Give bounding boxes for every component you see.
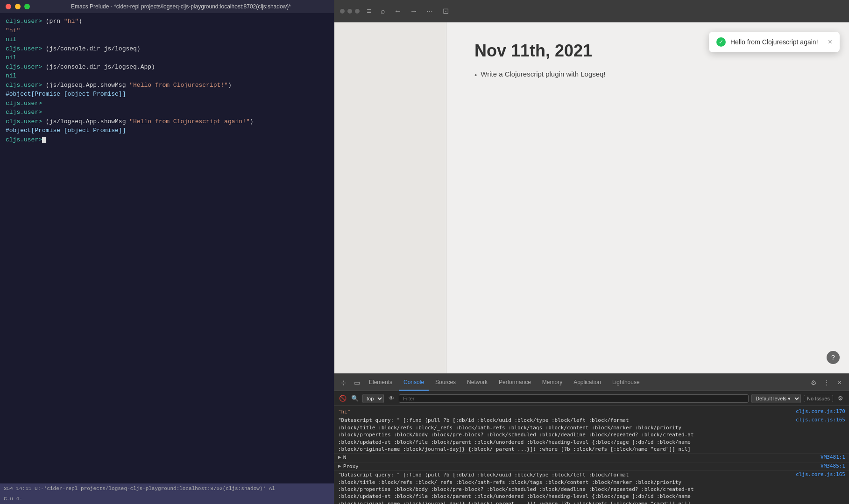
traffic-light-close[interactable] [6,4,11,9]
devtools-toolbar: ⊹ ▭ Elements Console Sources Network Per… [334,374,849,391]
statusbar-text: 354 14:11 U:-*cider-repl projects/logseq… [4,486,275,491]
console-line: ▶ Proxy VM3485:1 [334,462,849,471]
toast-message: Hello from Clojurescript again! [730,38,818,46]
browser-search-button[interactable]: ⌕ [378,7,388,16]
emacs-panel: Emacs Prelude - *cider-repl projects/log… [0,0,334,504]
toast-success-icon: ✓ [716,37,726,47]
dot2 [347,9,352,14]
emacs-titlebar: Emacs Prelude - *cider-repl projects/log… [0,0,334,13]
console-settings-button[interactable]: ⚙ [836,394,845,403]
logseq-layout: Nov 11th, 2021 • Write a Clojurescript p… [334,22,849,373]
devtools-more-button[interactable]: ⋮ [821,377,832,388]
repl-output: "hi" [6,27,20,34]
tab-elements[interactable]: Elements [364,374,397,391]
browser-main: Nov 11th, 2021 • Write a Clojurescript p… [334,22,849,504]
console-line: "Datascript query: " [:find (pull ?b [:d… [334,471,849,504]
toast-notification: ✓ Hello from Clojurescript again! × [709,32,840,52]
toast-close-button[interactable]: × [828,38,832,46]
console-eye-button[interactable]: 👁 [387,394,396,403]
logseq-bullet-text[interactable]: Write a Clojurescript plugin with Logseq… [481,70,605,78]
no-issues-badge: No Issues [804,395,833,402]
console-line: "Datascript query: " [:find (pull ?b [:d… [334,416,849,454]
bullet-dot: • [474,71,477,79]
emacs-title: Emacs Prelude - *cider-repl projects/log… [34,3,328,10]
tab-console[interactable]: Console [399,374,429,391]
browser-resize-button[interactable]: ⊡ [440,6,451,17]
console-output[interactable]: "hi" cljs.core.js:170 "Datascript query:… [334,406,849,504]
logseq-sidebar [334,22,446,373]
dot3 [355,9,360,14]
emacs-statusbar: 354 14:11 U:-*cider-repl projects/logseq… [0,483,334,494]
main-layout: Emacs Prelude - *cider-repl projects/log… [0,0,849,504]
console-default-levels-select[interactable]: Default levels ▾ [751,394,801,403]
traffic-light-fullscreen[interactable] [24,4,30,9]
console-filter-input[interactable] [399,394,749,403]
console-inspect-button[interactable]: 🔍 [350,394,360,403]
browser-forward-button[interactable]: → [408,6,419,17]
browser-dots [340,9,360,14]
tab-sources[interactable]: Sources [431,374,460,391]
devtools-mobile-icon[interactable]: ▭ [351,377,362,388]
traffic-light-minimize[interactable] [15,4,21,9]
console-top-select[interactable]: top [362,394,384,403]
statusbar-text2: C-u 4- [4,496,22,502]
emacs-statusbar2: C-u 4- [0,494,334,504]
logseq-area: Nov 11th, 2021 • Write a Clojurescript p… [334,22,849,373]
devtools-close-button[interactable]: × [834,377,845,388]
tab-performance[interactable]: Performance [494,374,536,391]
devtools-cursor-icon[interactable]: ⊹ [338,377,349,388]
browser-panel: ≡ ⌕ ← → ··· ⊡ Nov 11th, 2021 • Write a C… [334,0,849,504]
cursor [42,137,46,143]
tab-network[interactable]: Network [462,374,492,391]
browser-back-button[interactable]: ← [392,6,403,17]
logseq-bullet-item: • Write a Clojurescript plugin with Logs… [474,70,821,79]
devtools-panel: ⊹ ▭ Elements Console Sources Network Per… [334,373,849,504]
repl-prompt: cljs.user> [6,18,42,25]
browser-more-button[interactable]: ··· [424,6,435,17]
console-line: ▶ N VM3481:1 [334,454,849,462]
console-clear-button[interactable]: 🚫 [338,394,347,403]
logseq-content: Nov 11th, 2021 • Write a Clojurescript p… [446,22,849,373]
console-filter-bar: 🚫 🔍 top 👁 Default levels ▾ No Issues ⚙ [334,391,849,406]
tab-application[interactable]: Application [569,374,606,391]
console-line: "hi" cljs.core.js:170 [334,408,849,416]
dot1 [340,9,345,14]
help-button[interactable]: ? [827,351,840,364]
browser-menu-button[interactable]: ≡ [364,7,374,16]
tab-lighthouse[interactable]: Lighthouse [608,374,644,391]
emacs-content[interactable]: cljs.user> (prn "hi") "hi" nil cljs.user… [0,13,334,483]
browser-toolbar: ≡ ⌕ ← → ··· ⊡ [334,0,849,22]
devtools-settings-button[interactable]: ⚙ [808,377,819,388]
tab-memory[interactable]: Memory [538,374,567,391]
